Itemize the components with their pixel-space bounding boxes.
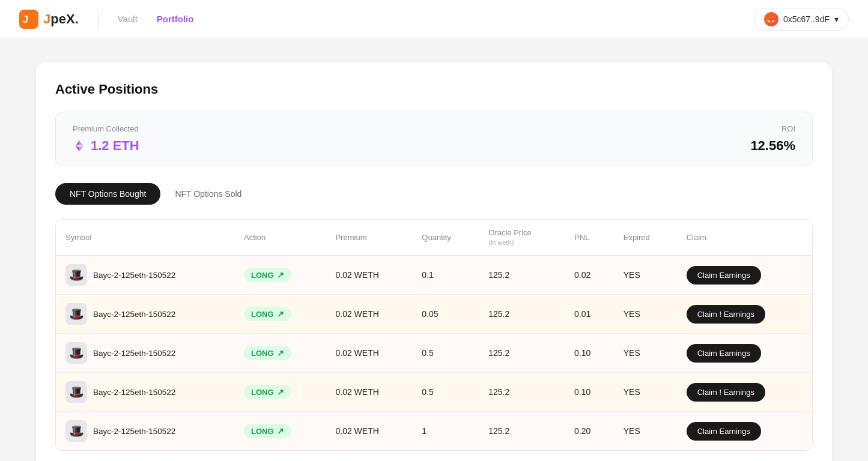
cell-oracle-price-0: 125.2 [479,256,565,295]
cell-symbol-3: 🎩 Bayc-2-125eth-150522 [56,373,234,412]
tab-nft-options-bought[interactable]: NFT Options Bought [55,183,160,205]
wallet-address: 0x5c67..9dF [783,14,830,24]
chevron-down-icon: ▾ [834,14,839,24]
cell-pnl-2: 0.10 [565,334,614,373]
logo-icon: J [19,10,38,29]
tab-nft-options-sold[interactable]: NFT Options Sold [160,183,256,205]
col-action: Action [234,220,326,256]
cell-symbol-4: 🎩 Bayc-2-125eth-150522 [56,412,234,451]
cell-pnl-0: 0.02 [565,256,614,295]
nav-divider [98,11,99,28]
cell-quantity-4: 1 [412,412,479,451]
trend-up-icon-0: ↗ [277,270,284,280]
nft-avatar-2: 🎩 [65,342,87,364]
wallet-avatar: 🦊 [764,12,778,26]
cell-claim-4: Claim Earnings [677,412,812,451]
tabs: NFT Options Bought NFT Options Sold [55,183,813,205]
col-oracle-price: Oracle Price(in weth) [479,220,565,256]
positions-table: Symbol Action Premium Quantity Oracle Pr… [56,220,812,450]
page-title: Active Positions [55,82,813,97]
main-content: Active Positions Premium Collected 1.2 E… [0,38,868,461]
premium-label: Premium Collected [73,124,139,133]
cell-expired-1: YES [614,295,677,334]
table-row: 🎩 Bayc-2-125eth-150522 LONG ↗ 0.02 WETH … [56,256,812,295]
nft-avatar-4: 🎩 [65,420,87,442]
trend-up-icon-1: ↗ [277,309,284,319]
cell-expired-3: YES [614,373,677,412]
header-left: J JpeX. Vault Portfolio [19,10,193,29]
action-badge-1: LONG ↗ [244,307,291,321]
cell-premium-3: 0.02 WETH [326,373,412,412]
premium-section: Premium Collected 1.2 ETH [73,124,139,154]
trend-up-icon-2: ↗ [277,348,284,358]
cell-quantity-2: 0.5 [412,334,479,373]
col-quantity: Quantity [412,220,479,256]
logo: J JpeX. [19,10,79,29]
cell-oracle-price-4: 125.2 [479,412,565,451]
svg-marker-2 [79,140,83,146]
col-symbol: Symbol [56,220,234,256]
cell-action-1: LONG ↗ [234,295,326,334]
eth-icon [73,139,86,152]
cell-premium-0: 0.02 WETH [326,256,412,295]
svg-marker-4 [79,146,83,151]
roi-section: ROI 12.56% [750,124,795,154]
roi-label: ROI [750,124,795,133]
cell-symbol-2: 🎩 Bayc-2-125eth-150522 [56,334,234,373]
cell-claim-3: Claim ! Earnings [677,373,812,412]
table-header: Symbol Action Premium Quantity Oracle Pr… [56,220,812,256]
cell-oracle-price-3: 125.2 [479,373,565,412]
cell-quantity-1: 0.05 [412,295,479,334]
symbol-name-3: Bayc-2-125eth-150522 [93,388,175,397]
nav-vault[interactable]: Vault [118,14,138,24]
svg-rect-0 [19,10,38,29]
cell-symbol-1: 🎩 Bayc-2-125eth-150522 [56,295,234,334]
cell-quantity-0: 0.1 [412,256,479,295]
trend-up-icon-3: ↗ [277,387,284,397]
action-badge-3: LONG ↗ [244,385,291,399]
col-expired: Expired [614,220,677,256]
cell-pnl-3: 0.10 [565,373,614,412]
cell-oracle-price-1: 125.2 [479,295,565,334]
cell-claim-2: Claim Earnings [677,334,812,373]
cell-action-4: LONG ↗ [234,412,326,451]
nft-avatar-1: 🎩 [65,303,87,325]
cell-expired-2: YES [614,334,677,373]
cell-expired-0: YES [614,256,677,295]
cell-premium-4: 0.02 WETH [326,412,412,451]
cell-premium-1: 0.02 WETH [326,295,412,334]
claim-button-1[interactable]: Claim ! Earnings [687,305,765,324]
claim-button-3[interactable]: Claim ! Earnings [687,383,765,402]
claim-button-4[interactable]: Claim Earnings [687,422,761,441]
premium-amount: 1.2 ETH [91,138,139,154]
table-row: 🎩 Bayc-2-125eth-150522 LONG ↗ 0.02 WETH … [56,373,812,412]
table-row: 🎩 Bayc-2-125eth-150522 LONG ↗ 0.02 WETH … [56,334,812,373]
active-positions-card: Active Positions Premium Collected 1.2 E… [36,62,832,461]
col-claim: Claim [677,220,812,256]
positions-table-wrapper: Symbol Action Premium Quantity Oracle Pr… [55,219,813,451]
nav-portfolio[interactable]: Portfolio [157,14,194,24]
wallet-button[interactable]: 🦊 0x5c67..9dF ▾ [754,8,849,31]
logo-text: JpeX. [43,11,79,27]
claim-button-0[interactable]: Claim Earnings [687,266,761,285]
premium-value: 1.2 ETH [73,138,139,154]
table-body: 🎩 Bayc-2-125eth-150522 LONG ↗ 0.02 WETH … [56,256,812,451]
col-premium: Premium [326,220,412,256]
cell-claim-0: Claim Earnings [677,256,812,295]
cell-oracle-price-2: 125.2 [479,334,565,373]
header: J JpeX. Vault Portfolio 🦊 0x5c67..9dF ▾ [0,0,868,38]
roi-value: 12.56% [750,138,795,154]
nft-avatar-3: 🎩 [65,381,87,403]
table-row: 🎩 Bayc-2-125eth-150522 LONG ↗ 0.02 WETH … [56,412,812,451]
cell-pnl-1: 0.01 [565,295,614,334]
premium-collected-box: Premium Collected 1.2 ETH ROI 12.56% [55,112,813,166]
cell-action-2: LONG ↗ [234,334,326,373]
action-badge-4: LONG ↗ [244,424,291,438]
claim-button-2[interactable]: Claim Earnings [687,344,761,363]
symbol-name-1: Bayc-2-125eth-150522 [93,310,175,319]
cell-premium-2: 0.02 WETH [326,334,412,373]
svg-marker-3 [76,140,79,146]
cell-expired-4: YES [614,412,677,451]
nft-avatar-0: 🎩 [65,264,87,286]
cell-pnl-4: 0.20 [565,412,614,451]
